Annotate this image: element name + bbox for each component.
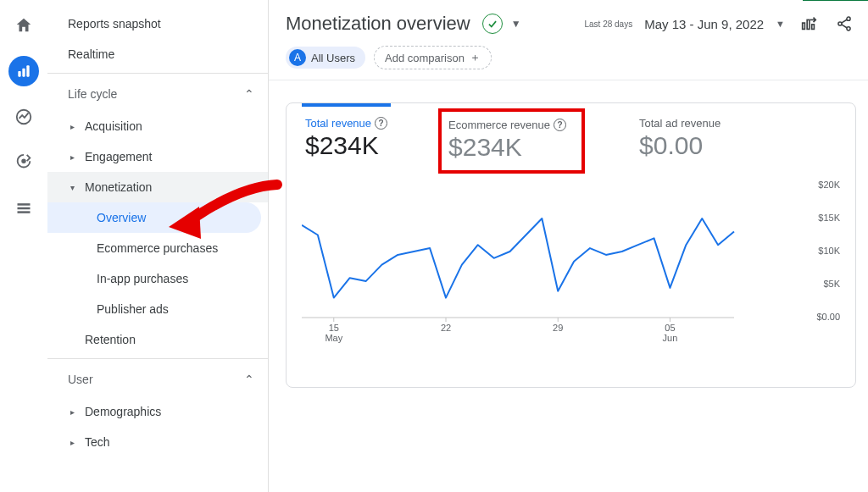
svg-rect-9 xyxy=(807,19,810,29)
nav-item-label: Monetization xyxy=(85,180,152,194)
page-title: Monetization overview xyxy=(286,13,470,35)
svg-rect-5 xyxy=(18,203,31,206)
metric-total-revenue[interactable]: Total revenue ? $234K xyxy=(302,103,391,174)
date-range-value[interactable]: May 13 - Jun 9, 2022 xyxy=(644,17,764,31)
content-divider xyxy=(269,80,868,80)
nav-section-lifecycle[interactable]: Life cycle ⌃ xyxy=(47,77,268,111)
metric-ad-revenue[interactable]: Total ad revenue $0.00 xyxy=(636,105,724,174)
nav-item-label: Tech xyxy=(85,435,110,449)
y-tick-label: $15K xyxy=(818,213,840,223)
svg-rect-6 xyxy=(18,207,31,210)
nav-item-label: Demographics xyxy=(85,405,161,418)
nav-subitem-ecommerce-purchases[interactable]: Ecommerce purchases xyxy=(47,233,268,263)
y-axis: $20K$15K$10K$5K$0.00 xyxy=(798,182,840,377)
metric-tabs: Total revenue ? $234K Ecommerce revenue … xyxy=(302,105,840,174)
status-check-icon[interactable] xyxy=(482,14,503,34)
nav-item-demographics[interactable]: ▸ Demographics xyxy=(47,396,268,427)
plus-icon: ＋ xyxy=(470,50,481,65)
revenue-chart: $20K$15K$10K$5K$0.00 15May222905Jun xyxy=(302,182,840,377)
svg-rect-0 xyxy=(18,71,20,77)
metric-value: $0.00 xyxy=(639,131,721,160)
nav-item-tech[interactable]: ▸ Tech xyxy=(47,427,268,457)
chip-all-users[interactable]: A All Users xyxy=(286,47,365,69)
share-icon[interactable] xyxy=(832,12,856,36)
configure-icon[interactable] xyxy=(8,193,39,224)
chip-label: Add comparison xyxy=(385,52,465,64)
y-tick-label: $0.00 xyxy=(816,312,840,322)
help-icon[interactable]: ? xyxy=(554,119,566,131)
nav-item-label: Engagement xyxy=(85,150,152,163)
revenue-card: Total revenue ? $234K Ecommerce revenue … xyxy=(286,102,856,388)
svg-line-16 xyxy=(842,25,848,28)
decorative-strip xyxy=(803,0,868,1)
customize-report-icon[interactable] xyxy=(797,12,821,36)
metric-value: $234K xyxy=(448,133,566,162)
nav-section-label: Life cycle xyxy=(68,87,117,101)
page-header: Monetization overview ▼ Last 28 days May… xyxy=(286,0,856,42)
chip-add-comparison[interactable]: Add comparison ＋ xyxy=(374,46,492,69)
y-tick-label: $5K xyxy=(823,279,840,289)
svg-rect-10 xyxy=(812,25,815,29)
x-tick-label: 05Jun xyxy=(663,323,678,343)
main-content: Monetization overview ▼ Last 28 days May… xyxy=(269,0,868,492)
nav-realtime[interactable]: Realtime xyxy=(47,39,268,69)
nav-reports-snapshot[interactable]: Reports snapshot xyxy=(47,8,268,39)
y-tick-label: $20K xyxy=(818,180,840,190)
svg-rect-1 xyxy=(22,69,25,77)
svg-rect-2 xyxy=(26,65,29,76)
x-tick-label: 15May xyxy=(325,323,342,343)
metric-label-text: Total ad revenue xyxy=(639,117,721,130)
date-range-label: Last 28 days xyxy=(584,19,632,29)
caret-right-icon: ▸ xyxy=(68,407,76,417)
report-nav: Reports snapshot Realtime Life cycle ⌃ ▸… xyxy=(47,0,268,492)
metric-value: $234K xyxy=(305,131,387,160)
nav-item-engagement[interactable]: ▸ Engagement xyxy=(47,141,268,172)
reports-icon[interactable] xyxy=(8,56,39,86)
nav-divider xyxy=(47,358,268,359)
nav-subitem-in-app-purchases[interactable]: In-app purchases xyxy=(47,263,268,294)
nav-item-label: Acquisition xyxy=(85,119,142,133)
nav-item-label: Retention xyxy=(85,333,136,346)
comparison-chips: A All Users Add comparison ＋ xyxy=(286,46,856,69)
svg-line-15 xyxy=(842,19,848,23)
chevron-up-icon: ⌃ xyxy=(244,87,254,101)
advertising-icon[interactable] xyxy=(8,147,39,178)
x-tick-label: 22 xyxy=(441,323,451,333)
home-icon[interactable] xyxy=(8,10,39,41)
chip-label: All Users xyxy=(311,52,355,64)
svg-point-4 xyxy=(22,159,25,163)
nav-divider xyxy=(47,73,268,74)
explore-icon[interactable] xyxy=(8,102,39,132)
svg-rect-8 xyxy=(803,23,805,29)
nav-subitem-publisher-ads[interactable]: Publisher ads xyxy=(47,294,268,324)
metric-ecommerce-revenue[interactable]: Ecommerce revenue ? $234K xyxy=(438,108,585,174)
nav-item-retention[interactable]: Retention xyxy=(47,324,268,355)
nav-item-monetization[interactable]: ▾ Monetization xyxy=(47,172,268,202)
chip-badge: A xyxy=(289,49,306,66)
status-dropdown-icon[interactable]: ▼ xyxy=(511,18,521,30)
caret-right-icon: ▸ xyxy=(68,152,76,162)
chevron-up-icon: ⌃ xyxy=(244,373,254,386)
nav-subitem-overview[interactable]: Overview xyxy=(47,202,261,233)
x-tick-label: 29 xyxy=(553,323,563,333)
caret-right-icon: ▸ xyxy=(68,438,76,447)
x-axis: 15May222905Jun xyxy=(302,323,798,348)
app-root: Reports snapshot Realtime Life cycle ⌃ ▸… xyxy=(0,0,868,492)
caret-right-icon: ▸ xyxy=(68,122,76,131)
caret-down-icon: ▾ xyxy=(68,183,76,192)
y-tick-label: $10K xyxy=(818,246,840,256)
date-range-dropdown-icon[interactable]: ▼ xyxy=(776,19,785,29)
help-icon[interactable]: ? xyxy=(375,117,387,130)
metric-label-text: Total revenue xyxy=(305,117,371,130)
icon-rail xyxy=(0,0,47,492)
nav-section-user[interactable]: User ⌃ xyxy=(47,362,268,396)
metric-label-text: Ecommerce revenue xyxy=(448,119,550,131)
svg-rect-7 xyxy=(18,211,31,213)
nav-section-label: User xyxy=(68,373,93,386)
nav-item-acquisition[interactable]: ▸ Acquisition xyxy=(47,111,268,141)
